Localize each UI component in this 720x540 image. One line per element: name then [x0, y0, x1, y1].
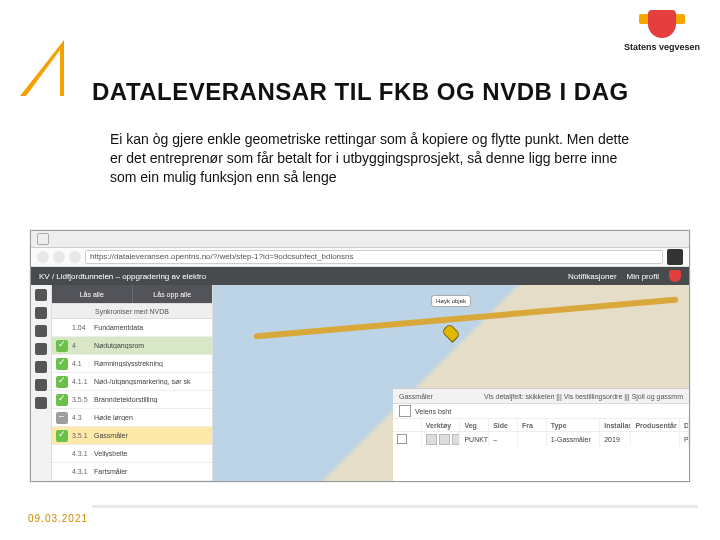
check-icon[interactable]: [56, 358, 68, 370]
tool-icon[interactable]: [452, 434, 461, 445]
cell: 2019: [600, 432, 631, 446]
browser-urlbar: https://dataleveransen.opentns.no/?/web/…: [31, 248, 689, 267]
map-icon[interactable]: [35, 325, 47, 337]
row-number: 4.1.1: [72, 378, 90, 385]
row-label: Gassmåler: [94, 432, 208, 439]
row-label: Fartsmåler: [94, 468, 208, 475]
row-label: Høde lørgen: [94, 414, 208, 421]
filter-icon[interactable]: [35, 343, 47, 355]
column-header[interactable]: Installasjonsdato: [600, 419, 631, 431]
column-header[interactable]: Verktøy: [422, 419, 461, 431]
check-icon[interactable]: [56, 394, 68, 406]
detail-panel: Gassmåler Vis detaljfelt: skikkelen ||| …: [393, 388, 689, 481]
cell: 1-Gassmåler: [547, 432, 600, 446]
cell: PUNKT 1: [460, 432, 489, 446]
sidebar-item[interactable]: 1.04Fundamentdata: [52, 319, 212, 337]
row-number: 4: [72, 342, 90, 349]
home-icon[interactable]: [35, 289, 47, 301]
cell: På jor_3200: [680, 432, 689, 446]
footer-divider: [92, 505, 698, 508]
check-icon[interactable]: [56, 448, 68, 460]
column-header[interactable]: Type: [547, 419, 600, 431]
sidebar-item[interactable]: 4Nødutgangsrom: [52, 337, 212, 355]
cell: –: [489, 432, 518, 446]
toolstrip: [31, 285, 52, 481]
column-header[interactable]: Side: [489, 419, 518, 431]
embedded-screenshot: https://dataleveransen.opentns.no/?/web/…: [30, 230, 690, 482]
sidebar-item[interactable]: 4.3.1Veilysbelte: [52, 445, 212, 463]
check-icon[interactable]: [56, 376, 68, 388]
column-header[interactable]: Fra: [518, 419, 547, 431]
brand-shield-icon: [669, 270, 681, 282]
reload-icon[interactable]: [69, 251, 81, 263]
logo: Statens vegvesen: [624, 10, 700, 52]
column-header[interactable]: Veg: [460, 419, 489, 431]
header-notifications[interactable]: Notifikasjoner: [568, 272, 616, 281]
sidebar-item[interactable]: 4.1.1Nød-/utgangsmarkering, sør sk: [52, 373, 212, 391]
tool-icon[interactable]: [439, 434, 450, 445]
check-icon[interactable]: [56, 340, 68, 352]
detail-toolbar[interactable]: Vis detaljfelt: skikkelen ||| Vis bestil…: [484, 393, 683, 400]
row-label: Veilysbelte: [94, 450, 208, 457]
logo-text: Statens vegvesen: [624, 42, 700, 52]
detail-title: Gassmåler: [399, 393, 433, 400]
cell[interactable]: [422, 432, 461, 446]
header-profile[interactable]: Min profil: [627, 272, 659, 281]
row-number: 1.04: [72, 324, 90, 331]
back-icon[interactable]: [37, 251, 49, 263]
map-marker-icon[interactable]: [441, 323, 461, 343]
check-icon[interactable]: [56, 430, 68, 442]
tool-icon[interactable]: [426, 434, 437, 445]
row-label: Rømningslysstrekning: [94, 360, 208, 367]
lock-all-button[interactable]: Lås alle: [52, 285, 132, 303]
sidebar-item[interactable]: 4.1Rømningslysstrekning: [52, 355, 212, 373]
body-paragraph: Ei kan òg gjere enkle geometriske rettin…: [110, 130, 630, 187]
row-number: 4.1: [72, 360, 90, 367]
browser-titlebar: [31, 231, 689, 248]
warning-icon[interactable]: [35, 397, 47, 409]
sidebar-item[interactable]: 3.5.1Gassmåler: [52, 427, 212, 445]
page-title: DATALEVERANSAR TIL FKB OG NVDB I DAG: [92, 78, 629, 106]
footer-date: 09.03.2021: [28, 513, 88, 524]
layers-icon[interactable]: [35, 307, 47, 319]
export-icon[interactable]: [35, 379, 47, 391]
map-tooltip: Høyk objek: [431, 295, 471, 307]
row-number: 4.3.1: [72, 468, 90, 475]
expand-icon[interactable]: [399, 405, 411, 417]
row-number: 3.5.5: [72, 396, 90, 403]
unlock-all-button[interactable]: Lås opp alle: [132, 285, 213, 303]
sidebar: Lås alle Lås opp alle Synkroniser med NV…: [52, 285, 213, 481]
breadcrumb: KV / Lidfjordtunnelen – oppgradering av …: [39, 272, 206, 281]
sidebar-item[interactable]: 4.3.1Fartsmåler: [52, 463, 212, 481]
url-input[interactable]: https://dataleveransen.opentns.no/?/web/…: [85, 250, 663, 264]
sync-button[interactable]: Synkroniser med NVDB: [52, 304, 212, 319]
check-icon[interactable]: [56, 412, 68, 424]
detail-subtitle: Veiens bsht: [415, 408, 451, 415]
row-number: 3.5.1: [72, 432, 90, 439]
list-icon[interactable]: [35, 361, 47, 373]
column-header[interactable]: [393, 419, 422, 431]
sidebar-item[interactable]: 4.3Høde lørgen: [52, 409, 212, 427]
forward-icon[interactable]: [53, 251, 65, 263]
window-button[interactable]: [37, 233, 49, 245]
map-area[interactable]: Høyk objek Gassmåler Vis detaljfelt: ski…: [213, 285, 689, 481]
logo-mark: [643, 10, 681, 40]
row-checkbox[interactable]: [397, 434, 407, 444]
row-number: 4.3: [72, 414, 90, 421]
settings-icon[interactable]: [667, 249, 683, 265]
column-header[interactable]: Produsentår: [631, 419, 680, 431]
row-label: Nødutgangsrom: [94, 342, 208, 349]
check-icon[interactable]: [56, 466, 68, 478]
cell[interactable]: [393, 432, 422, 446]
row-label: Fundamentdata: [94, 324, 208, 331]
row-label: Nød-/utgangsmarkering, sør sk: [94, 378, 208, 385]
row-number: 4.3.1: [72, 450, 90, 457]
column-header[interactable]: Driftsmerking: [680, 419, 689, 431]
sidebar-item[interactable]: 3.5.5Branndetektorstilling: [52, 391, 212, 409]
row-label: Branndetektorstilling: [94, 396, 208, 403]
app-header: KV / Lidfjordtunnelen – oppgradering av …: [31, 267, 689, 285]
cell: [631, 432, 680, 446]
accent-corner: [20, 40, 64, 96]
check-icon[interactable]: [56, 322, 68, 334]
cell: [518, 432, 547, 446]
